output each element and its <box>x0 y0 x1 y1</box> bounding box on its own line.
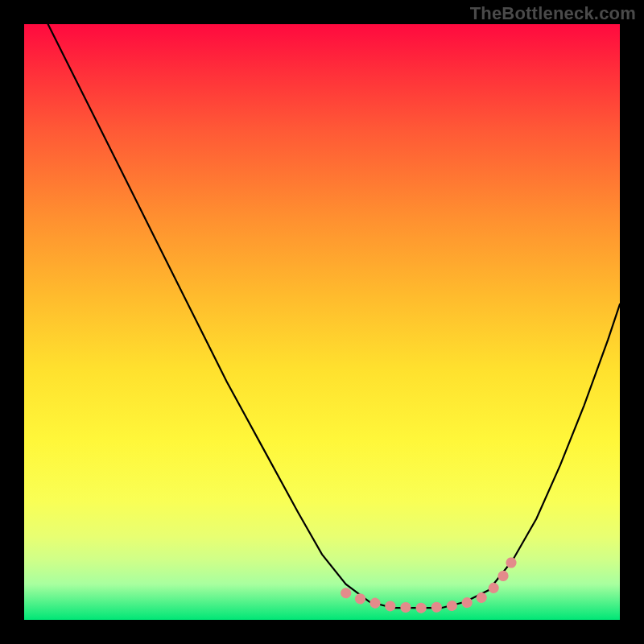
chart-stage: TheBottleneck.com <box>0 0 644 644</box>
curve-svg <box>24 24 620 620</box>
plot-area <box>24 24 620 620</box>
watermark-text: TheBottleneck.com <box>470 3 636 24</box>
bottleneck-curve <box>48 24 620 608</box>
optimal-range-dots <box>346 560 513 608</box>
